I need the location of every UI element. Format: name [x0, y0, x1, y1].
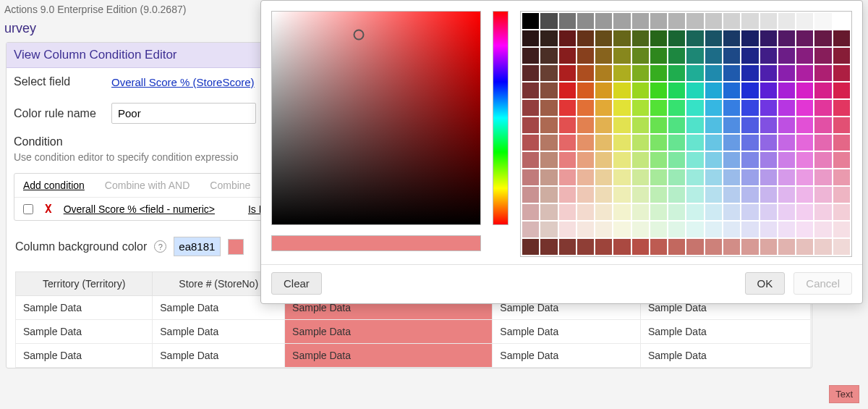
palette-swatch[interactable]	[577, 152, 594, 168]
palette-swatch[interactable]	[522, 30, 539, 46]
palette-swatch[interactable]	[559, 187, 576, 203]
palette-swatch[interactable]	[833, 65, 850, 81]
palette-swatch[interactable]	[613, 135, 630, 151]
palette-swatch[interactable]	[650, 30, 667, 46]
palette-swatch[interactable]	[540, 65, 557, 81]
add-condition-link[interactable]: Add condition	[23, 180, 85, 191]
palette-swatch[interactable]	[650, 83, 667, 98]
palette-swatch[interactable]	[778, 204, 795, 220]
palette-swatch[interactable]	[577, 65, 594, 81]
palette-swatch[interactable]	[632, 65, 649, 81]
palette-swatch[interactable]	[796, 169, 813, 185]
palette-swatch[interactable]	[814, 30, 831, 46]
palette-swatch[interactable]	[613, 204, 630, 220]
palette-swatch[interactable]	[650, 239, 667, 255]
palette-swatch[interactable]	[760, 152, 777, 168]
palette-swatch[interactable]	[650, 117, 667, 133]
palette-swatch[interactable]	[760, 204, 777, 220]
hue-slider[interactable]	[493, 11, 509, 225]
palette-swatch[interactable]	[668, 204, 685, 220]
palette-swatch[interactable]	[595, 222, 612, 237]
palette-swatch[interactable]	[632, 135, 649, 151]
color-swatch-grid[interactable]	[520, 11, 852, 257]
palette-swatch[interactable]	[686, 13, 703, 29]
palette-swatch[interactable]	[814, 65, 831, 81]
palette-swatch[interactable]	[741, 152, 758, 168]
palette-swatch[interactable]	[559, 204, 576, 220]
palette-swatch[interactable]	[723, 204, 740, 220]
palette-swatch[interactable]	[778, 30, 795, 46]
palette-swatch[interactable]	[833, 187, 850, 203]
palette-swatch[interactable]	[632, 48, 649, 64]
palette-swatch[interactable]	[577, 13, 594, 29]
palette-swatch[interactable]	[705, 222, 722, 237]
palette-swatch[interactable]	[559, 48, 576, 64]
palette-swatch[interactable]	[796, 204, 813, 220]
palette-swatch[interactable]	[668, 222, 685, 237]
palette-swatch[interactable]	[595, 204, 612, 220]
palette-swatch[interactable]	[741, 65, 758, 81]
palette-swatch[interactable]	[632, 187, 649, 203]
palette-swatch[interactable]	[723, 83, 740, 98]
palette-swatch[interactable]	[760, 83, 777, 98]
palette-swatch[interactable]	[650, 222, 667, 237]
palette-swatch[interactable]	[632, 30, 649, 46]
palette-swatch[interactable]	[723, 30, 740, 46]
palette-swatch[interactable]	[723, 152, 740, 168]
palette-swatch[interactable]	[577, 48, 594, 64]
palette-swatch[interactable]	[613, 100, 630, 116]
palette-swatch[interactable]	[778, 117, 795, 133]
palette-swatch[interactable]	[559, 152, 576, 168]
palette-swatch[interactable]	[522, 100, 539, 116]
palette-swatch[interactable]	[741, 30, 758, 46]
palette-swatch[interactable]	[522, 117, 539, 133]
palette-swatch[interactable]	[668, 117, 685, 133]
palette-swatch[interactable]	[778, 169, 795, 185]
palette-swatch[interactable]	[796, 13, 813, 29]
palette-swatch[interactable]	[705, 152, 722, 168]
palette-swatch[interactable]	[577, 100, 594, 116]
palette-swatch[interactable]	[686, 117, 703, 133]
palette-swatch[interactable]	[741, 100, 758, 116]
palette-swatch[interactable]	[796, 48, 813, 64]
palette-swatch[interactable]	[796, 222, 813, 237]
palette-swatch[interactable]	[595, 30, 612, 46]
palette-swatch[interactable]	[741, 13, 758, 29]
palette-swatch[interactable]	[760, 30, 777, 46]
palette-swatch[interactable]	[833, 169, 850, 185]
palette-swatch[interactable]	[522, 187, 539, 203]
combine-and[interactable]: Combine with AND	[105, 180, 190, 191]
palette-swatch[interactable]	[833, 239, 850, 255]
palette-swatch[interactable]	[650, 152, 667, 168]
palette-swatch[interactable]	[668, 169, 685, 185]
combine-or[interactable]: Combine	[210, 180, 250, 191]
palette-swatch[interactable]	[741, 187, 758, 203]
palette-swatch[interactable]	[723, 239, 740, 255]
palette-swatch[interactable]	[668, 187, 685, 203]
palette-swatch[interactable]	[833, 135, 850, 151]
palette-swatch[interactable]	[650, 135, 667, 151]
palette-swatch[interactable]	[778, 48, 795, 64]
palette-swatch[interactable]	[741, 135, 758, 151]
palette-swatch[interactable]	[741, 239, 758, 255]
palette-swatch[interactable]	[540, 204, 557, 220]
palette-swatch[interactable]	[540, 135, 557, 151]
palette-swatch[interactable]	[577, 204, 594, 220]
palette-swatch[interactable]	[632, 83, 649, 98]
palette-swatch[interactable]	[760, 117, 777, 133]
palette-swatch[interactable]	[723, 48, 740, 64]
palette-swatch[interactable]	[705, 83, 722, 98]
palette-swatch[interactable]	[632, 100, 649, 116]
palette-swatch[interactable]	[723, 117, 740, 133]
condition-checkbox[interactable]	[23, 204, 33, 214]
palette-swatch[interactable]	[814, 222, 831, 237]
palette-swatch[interactable]	[595, 100, 612, 116]
palette-swatch[interactable]	[723, 100, 740, 116]
palette-swatch[interactable]	[705, 239, 722, 255]
palette-swatch[interactable]	[613, 65, 630, 81]
palette-swatch[interactable]	[741, 204, 758, 220]
palette-swatch[interactable]	[540, 152, 557, 168]
palette-swatch[interactable]	[686, 83, 703, 98]
clear-button[interactable]: Clear	[271, 272, 322, 295]
palette-swatch[interactable]	[796, 117, 813, 133]
